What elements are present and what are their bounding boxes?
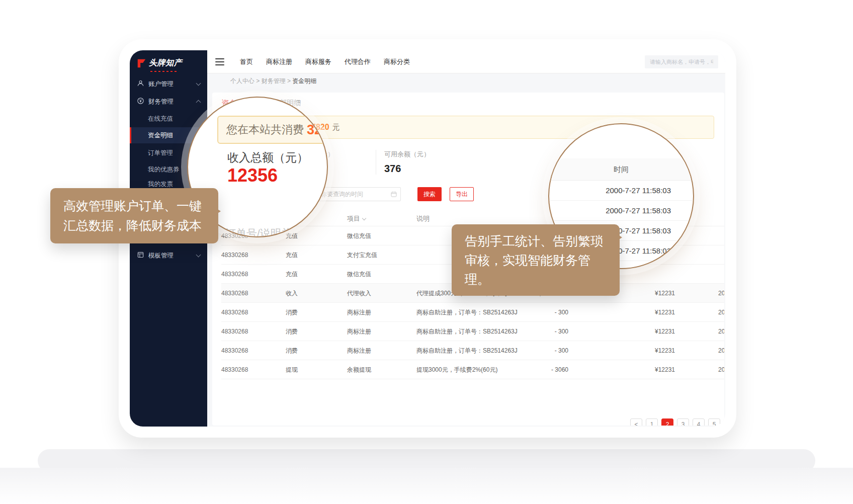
balance-cell: ¥12231 (629, 309, 675, 316)
brand-logo: 头牌知产 (136, 58, 182, 68)
table-row: 48330268提现余额提现提现3000元，手续费2%(60元)- 3060¥1… (221, 360, 724, 379)
type-cell: 充值 (286, 250, 331, 259)
sidebar-item-account-management[interactable]: 账户管理 (130, 76, 207, 92)
sidebar-item-finance-management[interactable]: 财务管理 (130, 94, 207, 110)
chevron-down-icon (196, 81, 201, 86)
magnified-time-row: 2000-7-27 11:58:03 (549, 181, 693, 201)
amount-cell: - 3060 (523, 366, 568, 373)
top-navbar: 首页商标注册商标服务代理合作商标分类 (207, 50, 725, 73)
page-button-5[interactable]: 5 (708, 418, 720, 426)
sidebar-item-label: 我的优惠券 (148, 165, 180, 174)
nav-item-trademark-register[interactable]: 商标注册 (266, 57, 292, 66)
project-cell: 支付宝充值 (347, 250, 412, 259)
brand-tagline (150, 71, 179, 72)
time-cell: 2000-7-27 11:58:03 (718, 290, 724, 297)
sidebar-item-label: 财务管理 (148, 98, 174, 106)
amount-cell: - 300 (523, 328, 568, 335)
type-cell: 收入 (286, 289, 331, 297)
calendar-icon (391, 191, 397, 197)
nav-item-home[interactable]: 首页 (240, 57, 253, 66)
project-cell: 余额提现 (347, 365, 412, 374)
nav-item-agent-cooperation[interactable]: 代理合作 (345, 57, 371, 66)
amount-cell: - 300 (523, 347, 568, 354)
type-cell: 消费 (286, 308, 331, 316)
breadcrumb: 个人中心 > 财务管理 > 资金明细 (207, 73, 725, 89)
type-cell: 消费 (286, 346, 331, 355)
table-row: 48330268消费商标注册商标自助注册，订单号：SB2514263J- 300… (221, 341, 724, 360)
balance-cell: ¥12231 (629, 366, 675, 373)
time-cell: 2000-7-27 11:58:03 (718, 328, 724, 335)
type-cell: 充值 (286, 231, 331, 240)
magnified-time-row: 2000-7-27 11:58:03 (549, 201, 693, 221)
project-cell: 商标注册 (347, 346, 412, 355)
project-cell: 代理收入 (347, 289, 412, 297)
page-button-3[interactable]: 3 (677, 418, 689, 426)
balance-cell: ¥12231 (629, 347, 675, 354)
finance-icon (137, 97, 144, 106)
nav-item-trademark-service[interactable]: 商标服务 (305, 57, 331, 66)
time-cell: 2000-7-27 11:58:03 (718, 366, 724, 373)
order-no-cell: 48330268 (221, 328, 277, 335)
sidebar-item-template-management[interactable]: 模板管理 (130, 247, 207, 264)
sidebar-item-label: 我的发票 (148, 180, 173, 189)
project-cell: 微信充值 (347, 270, 412, 278)
sidebar-item-label: 在线充值 (148, 115, 173, 123)
header-desc: 说明 (416, 214, 572, 223)
order-no-cell: 48330268 (221, 290, 277, 297)
chevron-down-icon (196, 253, 201, 258)
page-button-2[interactable]: 2 (661, 418, 673, 426)
callout-left: 高效管理账户订单、一键汇总数据，降低财务成本 (50, 188, 218, 243)
stat-balance-label: 可用余额（元） (384, 150, 476, 159)
chevron-up-icon (196, 100, 201, 105)
user-icon (137, 79, 144, 89)
search-button[interactable]: 搜索 (417, 187, 442, 201)
sidebar-item-label: 资金明细 (148, 131, 173, 140)
magnified-banner-prefix: 您在本站共消费 (226, 122, 304, 137)
breadcrumb-current: 资金明细 (292, 77, 316, 85)
sidebar-item-online-recharge[interactable]: 在线充值 (130, 111, 207, 127)
sort-caret-icon (362, 216, 366, 220)
banner-suffix: 元 (332, 123, 340, 132)
project-cell: 商标注册 (347, 308, 412, 316)
export-button[interactable]: 导出 (450, 187, 474, 201)
page-button-1[interactable]: 1 (646, 418, 658, 426)
time-cell: 2000-7-27 11:58:03 (718, 347, 724, 354)
order-no-cell: 48330268 (221, 251, 277, 259)
amount-cell: - 300 (523, 309, 568, 316)
stat-balance-value: 376 (384, 163, 476, 175)
magnified-income-label: 收入总额（元） (227, 150, 308, 165)
header-project[interactable]: 项目 (347, 214, 412, 223)
order-no-cell: 48330268 (221, 271, 277, 278)
balance-cell: ¥12231 (629, 290, 675, 297)
sidebar-item-label: 模板管理 (148, 251, 174, 260)
prev-page-button[interactable]: < (630, 418, 642, 426)
project-cell: 商标注册 (347, 327, 412, 335)
sidebar-item-label: 订单管理 (148, 149, 173, 157)
sidebar-item-label: 账户管理 (148, 80, 174, 89)
nav-item-trademark-category[interactable]: 商标分类 (384, 57, 410, 66)
order-no-cell: 48330268 (221, 347, 277, 354)
callout-right: 告别手工统计、告别繁琐审核，实现智能财务管理。 (452, 224, 620, 296)
page-button-4[interactable]: 4 (693, 418, 705, 426)
template-icon (137, 251, 144, 260)
search-input[interactable] (645, 55, 718, 68)
magnified-time-header: 时间 (549, 158, 693, 181)
project-cell: 微信充值 (347, 231, 412, 240)
time-cell: 2000-7-27 11:58:03 (718, 309, 724, 316)
order-no-cell: 48330268 (221, 366, 277, 373)
table-row: 48330268消费商标注册商标自助注册，订单号：SB2514263J- 300… (221, 303, 724, 322)
stat-balance: 可用余额（元） 376 (376, 150, 476, 175)
balance-cell: ¥12231 (629, 328, 675, 335)
brand-name: 头牌知产 (149, 58, 182, 68)
hamburger-menu-icon[interactable] (215, 58, 224, 65)
order-no-cell: 48330268 (221, 309, 277, 316)
type-cell: 提现 (286, 365, 331, 374)
pagination: < 12345 (630, 418, 720, 426)
brand-icon (136, 58, 146, 68)
type-cell: 消费 (286, 327, 331, 335)
topnav-menu: 首页商标注册商标服务代理合作商标分类 (240, 50, 410, 73)
breadcrumb-path: 个人中心 > 财务管理 > (230, 77, 292, 85)
table-row: 48330268消费商标注册商标自助注册，订单号：SB2514263J- 300… (221, 322, 724, 341)
laptop-base-shadow (0, 468, 853, 504)
magnified-income-value: 12356 (227, 165, 278, 186)
